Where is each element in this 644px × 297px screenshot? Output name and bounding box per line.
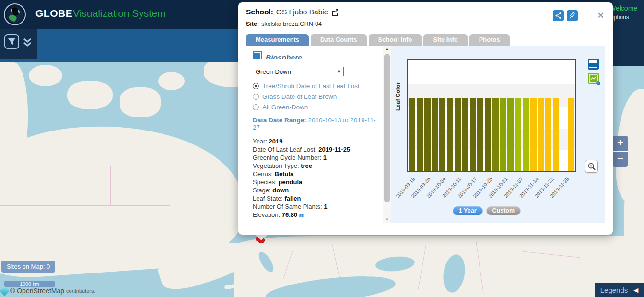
tab-data-counts[interactable]: Data Counts — [311, 34, 367, 46]
leaf-color-bar[interactable] — [455, 98, 461, 171]
bar-slot — [461, 60, 469, 171]
bar-slot — [469, 60, 477, 171]
globe-logo[interactable] — [4, 3, 26, 25]
sites-on-map-badge: Sites on Map: 0 — [1, 261, 55, 273]
custom-button[interactable]: Custom — [486, 206, 521, 215]
detail-value: tree — [301, 162, 312, 169]
detail-label: Elevation: — [253, 211, 282, 218]
filter-block — [0, 29, 37, 59]
legends-toggle[interactable]: Legends ◀ — [595, 283, 644, 297]
select-caret-icon: ▼ — [337, 69, 341, 74]
time-range-buttons: 1 YearCustom — [391, 206, 583, 215]
share-button[interactable] — [553, 10, 564, 21]
radio-label: Grass Date of Leaf Brown — [262, 93, 337, 100]
plus-badge-icon: + — [596, 81, 601, 86]
1-year-button[interactable]: 1 Year — [453, 206, 483, 215]
tab-measurements[interactable]: Measurements — [246, 34, 309, 46]
radio-unselected-icon[interactable] — [253, 94, 259, 100]
leaflet-logo-icon — [0, 285, 10, 296]
welcome-text: Welcome — [609, 4, 637, 12]
brand-globe: GLOBE — [35, 8, 72, 19]
radio-label: All Green-Down — [262, 104, 308, 111]
biosphere-table-icon — [253, 51, 262, 59]
tab-school-info[interactable]: School Info — [369, 34, 422, 46]
radio-option[interactable]: Tree/Shrub Date of Last Leaf Lost — [253, 83, 383, 90]
user-menu-block: Welcome options — [612, 0, 644, 66]
detail-value: 76.80 m — [282, 211, 305, 218]
leaf-color-bar[interactable] — [447, 98, 453, 171]
close-popup-button[interactable]: ✕ — [597, 11, 604, 21]
school-label: School: — [246, 8, 273, 16]
bar-slot — [409, 60, 416, 171]
leaf-color-bar[interactable] — [432, 98, 438, 171]
scrollbar-up-arrow[interactable]: ▲ — [383, 47, 391, 51]
leaf-color-bar[interactable] — [568, 98, 574, 171]
radio-option[interactable]: Grass Date of Leaf Brown — [253, 93, 383, 100]
leaf-color-bar[interactable] — [545, 98, 551, 171]
leaf-color-bar[interactable] — [515, 98, 521, 171]
detail-value: 2019 — [269, 138, 283, 145]
bar-slot — [507, 60, 515, 171]
map-landmass — [67, 81, 113, 109]
leaf-color-bar[interactable] — [477, 98, 483, 171]
leaf-color-bar[interactable] — [424, 98, 431, 171]
scrollbar-thumb[interactable] — [384, 54, 390, 202]
magnifier-plus-icon — [587, 162, 596, 171]
scrollbar-down-arrow[interactable]: ▼ — [383, 217, 391, 222]
leaf-color-bar[interactable] — [523, 98, 529, 171]
leaf-color-bar[interactable] — [485, 98, 491, 171]
detail-value: down — [272, 187, 289, 194]
leaf-color-bar[interactable] — [409, 98, 415, 171]
edit-button[interactable] — [567, 10, 578, 21]
funnel-icon — [5, 35, 18, 48]
radio-unselected-icon[interactable] — [253, 104, 259, 110]
data-table-view-icon[interactable] — [588, 59, 599, 70]
leaf-color-bar[interactable] — [462, 98, 468, 171]
bar-slot — [439, 60, 446, 171]
detail-value: Betula — [275, 170, 294, 178]
map-zoom-control: + − — [612, 136, 628, 167]
data-date-range-label: Data Date Range: — [253, 117, 306, 124]
map-zoom-in-button[interactable]: + — [612, 136, 628, 151]
sphere-title: Biosphere — [266, 53, 302, 59]
leaf-color-bar[interactable] — [500, 98, 506, 171]
bar-slot — [522, 60, 529, 171]
open-school-page-icon[interactable] — [331, 8, 339, 16]
site-label: Site: — [246, 21, 259, 27]
detail-label: Greening Cycle Number: — [253, 154, 323, 161]
chart-zoom-button[interactable] — [585, 160, 598, 173]
double-chevron-down-icon[interactable] — [22, 36, 33, 48]
map-zoom-out-button[interactable]: − — [612, 152, 628, 167]
measurement-type-value: Green-Down — [256, 68, 291, 75]
osm-attribution-link[interactable]: © OpenStreetMap — [10, 287, 64, 295]
detail-label: Date Of Last Leaf Lost: — [253, 146, 318, 153]
detail-row: Greening Cycle Number: 1 — [253, 154, 383, 162]
leaf-color-bar[interactable] — [553, 98, 559, 171]
detail-label: Species: — [253, 178, 278, 186]
bar-slot-empty — [560, 60, 567, 171]
leaf-color-bar[interactable] — [439, 98, 445, 171]
options-link[interactable]: options — [610, 14, 629, 21]
leaf-color-bar[interactable] — [470, 98, 476, 171]
bar-slot — [567, 60, 575, 171]
leaf-color-bar[interactable] — [538, 98, 544, 171]
measurement-type-select[interactable]: Green-Down ▼ — [253, 67, 344, 76]
detail-label: Stage: — [253, 187, 272, 194]
leaf-color-bar[interactable] — [417, 98, 423, 171]
leaf-color-bar[interactable] — [507, 98, 514, 171]
detail-label: Year: — [253, 138, 269, 145]
filter-button[interactable] — [4, 34, 19, 49]
map-border-line — [0, 205, 170, 206]
panel-scrollbar[interactable]: ▲ ▼ — [383, 46, 391, 223]
add-chart-icon[interactable]: + — [588, 73, 599, 84]
site-name: skolska breza:GRN-04 — [261, 21, 322, 27]
tab-site-info[interactable]: Site Info — [423, 34, 467, 46]
globe-logo-art — [5, 4, 25, 24]
radio-selected-icon[interactable] — [253, 83, 259, 89]
leaf-color-bar-chart[interactable] — [407, 59, 576, 172]
detail-row: Stage: down — [253, 186, 383, 194]
tab-photos[interactable]: Photos — [469, 34, 510, 46]
radio-option[interactable]: All Green-Down — [253, 104, 383, 111]
leaf-color-bar[interactable] — [530, 98, 537, 171]
leaf-color-bar[interactable] — [492, 98, 499, 171]
